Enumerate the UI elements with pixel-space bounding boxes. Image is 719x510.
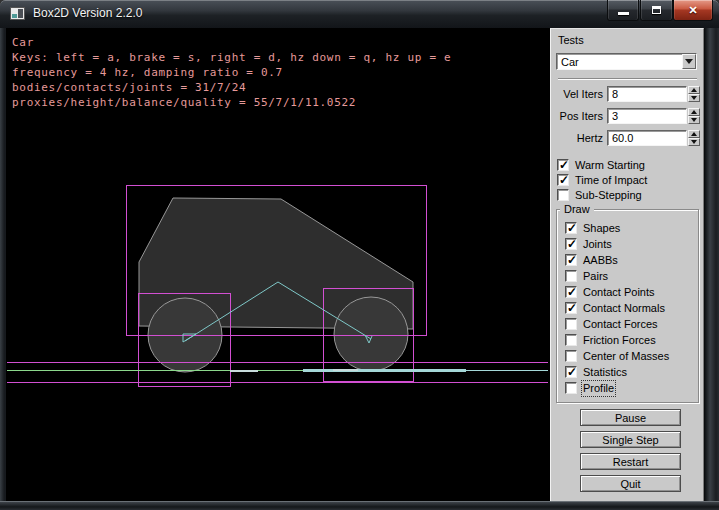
keys-line: Keys: left = a, brake = s, right = d, hz… <box>12 50 451 65</box>
checkbox-box[interactable]: ✓ <box>565 366 577 378</box>
checkbox-label: Pairs <box>583 270 608 283</box>
checkbox-label: Joints <box>583 238 612 251</box>
checkbox-label: Contact Normals <box>583 302 665 315</box>
checkbox-label: Sub-Stepping <box>575 189 642 202</box>
checkbox-label: Contact Forces <box>583 318 658 331</box>
checkbox-label: Statistics <box>583 366 627 379</box>
ground-lines <box>7 370 548 371</box>
checkbox-box[interactable]: ✓ <box>565 254 577 266</box>
pos-iters-row: Pos Iters <box>551 108 705 124</box>
checkbox-box[interactable]: ✓ <box>565 302 577 314</box>
pos-iters-input[interactable] <box>607 108 687 124</box>
checkbox-label: Friction Forces <box>583 334 656 347</box>
spin-down-icon[interactable] <box>688 116 700 124</box>
title-bar[interactable]: Box2D Version 2.2.0 ✕ <box>0 0 719 28</box>
pos-iters-stepper[interactable] <box>688 108 700 124</box>
checkbox-label: Time of Impact <box>575 174 647 187</box>
spin-up-icon[interactable] <box>688 108 700 116</box>
checkbox-label: Shapes <box>583 222 620 235</box>
close-icon: ✕ <box>688 4 697 17</box>
checkbox-box[interactable] <box>565 350 577 362</box>
app-window: Box2D Version 2.2.0 ✕ <box>0 0 719 510</box>
checkbox-label: Contact Points <box>583 286 655 299</box>
simulation-canvas[interactable]: Car Keys: left = a, brake = s, right = d… <box>6 28 550 501</box>
checkbox-label: Center of Masses <box>583 350 669 363</box>
hertz-label: Hertz <box>551 131 603 145</box>
close-button[interactable]: ✕ <box>673 0 713 21</box>
pause-button[interactable]: Pause <box>580 409 681 426</box>
proxies-line: proxies/height/balance/quality = 55/7/1/… <box>12 95 451 110</box>
debug-info-text: Car Keys: left = a, brake = s, right = d… <box>12 35 451 110</box>
checkbox-box[interactable]: ✓ <box>565 286 577 298</box>
spin-down-icon[interactable] <box>688 138 700 146</box>
hertz-input[interactable] <box>607 130 687 146</box>
bodies-line: bodies/contacts/joints = 31/7/24 <box>12 80 451 95</box>
frequency-line: frequency = 4 hz, damping ratio = 0.7 <box>12 65 451 80</box>
check-icon: ✓ <box>567 221 577 235</box>
minimize-button[interactable] <box>607 0 639 21</box>
check-icon: ✓ <box>567 237 577 251</box>
check-icon: ✓ <box>567 285 577 299</box>
checkbox-label: Warm Starting <box>575 159 645 172</box>
maximize-icon <box>652 6 661 14</box>
checkbox-box[interactable] <box>557 189 569 201</box>
separator <box>558 78 697 80</box>
front-wheel-shape <box>334 297 408 371</box>
chevron-down-icon <box>685 59 693 64</box>
single-step-button[interactable]: Single Step <box>580 431 681 448</box>
tests-dropdown-value: Car <box>561 55 579 69</box>
check-icon: ✓ <box>567 301 577 315</box>
checkbox-box[interactable] <box>565 334 577 346</box>
hertz-stepper[interactable] <box>688 130 700 146</box>
checkbox-box[interactable] <box>565 382 577 394</box>
checkbox-box[interactable] <box>565 318 577 330</box>
vel-iters-input[interactable] <box>607 86 687 102</box>
quit-button[interactable]: Quit <box>580 475 681 492</box>
check-icon: ✓ <box>559 158 569 172</box>
test-name-line: Car <box>12 35 451 50</box>
checkbox-box[interactable]: ✓ <box>557 159 569 171</box>
window-title: Box2D Version 2.2.0 <box>33 0 142 26</box>
checkbox-box[interactable] <box>565 270 577 282</box>
control-panel: Tests Car Vel Iters Pos Iters Hertz ✓ Wa… <box>550 28 704 501</box>
window-frame-right <box>704 28 719 501</box>
minimize-icon <box>618 12 629 15</box>
check-icon: ✓ <box>567 365 577 379</box>
app-icon <box>10 7 25 20</box>
checkbox-box[interactable]: ✓ <box>565 222 577 234</box>
maximize-button[interactable] <box>640 0 673 21</box>
vel-iters-row: Vel Iters <box>551 86 705 102</box>
window-frame-bottom <box>0 501 719 510</box>
draw-group-title: Draw <box>560 202 594 216</box>
tests-label: Tests <box>558 33 584 47</box>
restart-button[interactable]: Restart <box>580 453 681 470</box>
checkbox-box[interactable]: ✓ <box>557 174 569 186</box>
hertz-row: Hertz <box>551 130 705 146</box>
check-icon: ✓ <box>567 253 577 267</box>
spin-down-icon[interactable] <box>688 94 700 102</box>
vel-iters-label: Vel Iters <box>551 87 603 101</box>
dropdown-arrow-button[interactable] <box>682 54 696 69</box>
checkbox-label: Profile <box>583 382 614 395</box>
spin-up-icon[interactable] <box>688 86 700 94</box>
tests-dropdown[interactable]: Car <box>556 53 697 70</box>
checkbox-label: AABBs <box>583 254 618 267</box>
vel-iters-stepper[interactable] <box>688 86 700 102</box>
spin-up-icon[interactable] <box>688 130 700 138</box>
check-icon: ✓ <box>559 173 569 187</box>
checkbox-box[interactable]: ✓ <box>565 238 577 250</box>
pos-iters-label: Pos Iters <box>551 109 603 123</box>
